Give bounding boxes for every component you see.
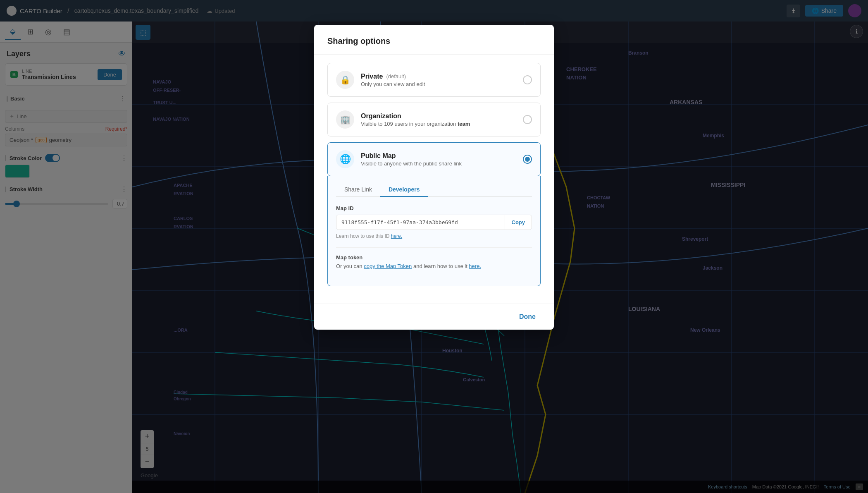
token-here-link[interactable]: here. <box>469 263 481 269</box>
tab-developers[interactable]: Developers <box>380 183 428 197</box>
map-id-input[interactable] <box>336 215 505 230</box>
public-expanded: Share Link Developers Map ID Copy Learn … <box>327 176 541 286</box>
map-token-text: Or you can copy the Map Token and learn … <box>336 263 532 269</box>
globe-icon: 🌐 <box>340 154 351 165</box>
copy-map-id-button[interactable]: Copy <box>505 215 532 230</box>
lock-icon: 🔒 <box>340 75 351 85</box>
modal-header: Sharing options <box>314 25 554 55</box>
org-text: Organization Visible to 109 users in you… <box>361 112 516 127</box>
map-id-here-link[interactable]: here. <box>391 233 402 239</box>
map-id-input-row: Copy <box>336 215 532 230</box>
sharing-options-modal: Sharing options 🔒 Private (default) Only… <box>314 25 554 330</box>
private-icon-wrap: 🔒 <box>336 71 354 89</box>
private-default: (default) <box>386 73 406 79</box>
org-radio[interactable] <box>523 115 532 124</box>
private-name: Private (default) <box>361 73 516 80</box>
copy-token-link[interactable]: copy the Map Token <box>364 263 412 269</box>
organization-option[interactable]: 🏢 Organization Visible to 109 users in y… <box>327 103 541 136</box>
modal-done-button[interactable]: Done <box>514 311 541 323</box>
public-map-option[interactable]: 🌐 Public Map Visible to anyone with the … <box>327 142 541 176</box>
public-text: Public Map Visible to anyone with the pu… <box>361 152 516 167</box>
public-radio[interactable] <box>523 155 532 164</box>
public-name: Public Map <box>361 152 516 160</box>
org-icon-wrap: 🏢 <box>336 110 354 129</box>
modal-footer: Done <box>314 304 554 330</box>
modal-title: Sharing options <box>327 36 390 45</box>
public-icon-wrap: 🌐 <box>336 150 354 168</box>
tab-share-link[interactable]: Share Link <box>336 183 380 197</box>
public-desc: Visible to anyone with the public share … <box>361 160 516 167</box>
org-icon: 🏢 <box>340 115 351 124</box>
private-text: Private (default) Only you can view and … <box>361 73 516 87</box>
map-id-section: Map ID Copy Learn how to use this ID her… <box>336 205 532 239</box>
org-team-label: team <box>458 121 470 127</box>
divider <box>336 247 532 248</box>
org-desc: Visible to 109 users in your organizatio… <box>361 121 516 127</box>
modal-overlay: Sharing options 🔒 Private (default) Only… <box>0 0 868 493</box>
private-desc: Only you can view and edit <box>361 81 516 87</box>
map-token-label: Map token <box>336 254 532 261</box>
map-id-help: Learn how to use this ID here. <box>336 233 532 239</box>
map-token-section: Map token Or you can copy the Map Token … <box>336 254 532 269</box>
org-name: Organization <box>361 112 516 120</box>
map-id-label: Map ID <box>336 205 532 211</box>
private-radio[interactable] <box>523 75 532 84</box>
private-option[interactable]: 🔒 Private (default) Only you can view an… <box>327 63 541 97</box>
modal-tabs: Share Link Developers <box>336 176 532 197</box>
modal-body: 🔒 Private (default) Only you can view an… <box>314 55 554 304</box>
